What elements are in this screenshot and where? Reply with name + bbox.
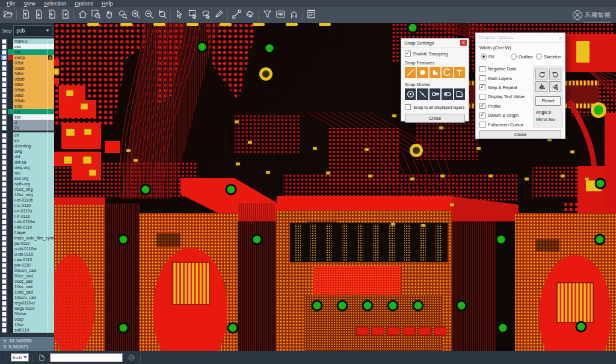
layer-checkbox[interactable]: [2, 193, 7, 197]
layer-color-swatch[interactable]: [8, 125, 13, 131]
layer-checkbox[interactable]: [2, 88, 7, 93]
snap-corner-button[interactable]: [430, 67, 440, 78]
layer-name[interactable]: cm: [13, 49, 54, 55]
layer-name[interactable]: 09lsb: [13, 98, 54, 103]
layer-color-swatch[interactable]: [8, 109, 13, 114]
layer-color-swatch[interactable]: [8, 120, 13, 125]
layer-color-swatch[interactable]: [8, 273, 13, 279]
layer-name[interactable]: u-dd-0110w: [13, 246, 54, 251]
snap-magnet-button[interactable]: [287, 8, 300, 22]
layer-color-swatch[interactable]: [8, 322, 13, 327]
rotate-cw-button[interactable]: [535, 69, 547, 79]
layer-row-u-dd-0110[interactable]: u-dd-0110: [0, 251, 54, 257]
layer-checkbox[interactable]: [2, 187, 7, 192]
layer-row-cn[interactable]: cn: [0, 132, 54, 138]
option-profile[interactable]: Profile: [479, 102, 532, 111]
doc-arrow-down-button[interactable]: [32, 8, 45, 22]
layer-row-sn[interactable]: sn: [0, 138, 54, 143]
layer-checkbox[interactable]: [2, 160, 7, 165]
layer-row-09lsb[interactable]: 09lsb: [0, 98, 54, 103]
layer-name[interactable]: 01cs_cad: [13, 279, 54, 284]
layer-name[interactable]: pin-0110: [13, 262, 54, 268]
flip-horizontal-button[interactable]: [535, 81, 547, 92]
layer-checkbox[interactable]: [2, 203, 7, 208]
layer-color-swatch[interactable]: [8, 159, 13, 165]
layer-row-08lst[interactable]: 08lst: [0, 93, 54, 98]
layer-color-swatch[interactable]: [8, 103, 13, 109]
snap-circle-button[interactable]: [417, 67, 428, 78]
layer-row-01cba[interactable]: 01cba: [0, 311, 54, 316]
layer-row-10scm_cad[interactable]: 10scm_cad: [0, 295, 54, 300]
layer-row-05lsb[interactable]: 05lsb: [0, 76, 54, 82]
layer-row-sm[interactable]: sm: [0, 109, 54, 114]
layer-name[interactable]: i-dd-0110: [13, 224, 54, 230]
layer-color-swatch[interactable]: [8, 82, 13, 87]
layer-name[interactable]: 05lsb: [13, 76, 54, 82]
layer-row-10se_cad[interactable]: 10se_cad: [0, 289, 54, 295]
layer-row-i-dd-0110[interactable]: i-dd-0110: [0, 224, 54, 230]
layer-row-d[interactable]: d: [0, 120, 54, 125]
layer-checkbox[interactable]: [2, 220, 7, 224]
layer-checkbox[interactable]: [2, 198, 7, 203]
layer-name[interactable]: saf0110: [13, 327, 54, 333]
checkbox-checked-icon[interactable]: [405, 51, 411, 57]
layer-checkbox[interactable]: [2, 225, 7, 230]
layer-name[interactable]: 06lst: [13, 82, 54, 87]
layer-row-pe-0110[interactable]: pe-0110: [0, 241, 54, 246]
layer-name[interactable]: 01ccm_cad: [13, 268, 54, 273]
layer-name[interactable]: sold: [13, 103, 54, 109]
layer-name[interactable]: sn: [13, 138, 54, 143]
layer-row-d-tenting[interactable]: d-tenting: [0, 143, 54, 149]
layer-checkbox[interactable]: [2, 236, 7, 241]
layer-checkbox[interactable]: [2, 104, 7, 109]
layer-row-10sp[interactable]: 10sp: [0, 322, 54, 327]
layer-name[interactable]: i-rc-0110s: [13, 197, 54, 203]
layer-checkbox[interactable]: [2, 230, 7, 235]
layer-checkbox[interactable]: [2, 82, 7, 87]
layer-row-sss[interactable]: sss: [0, 114, 54, 120]
option-fullscreen-cursor[interactable]: Fullscreen Cursor: [479, 120, 532, 129]
pan-hand-button[interactable]: [102, 8, 116, 22]
layer-checkbox[interactable]: [2, 252, 7, 257]
layer-color-swatch[interactable]: [8, 55, 13, 60]
step-select[interactable]: pcb: [13, 25, 52, 37]
layer-color-swatch[interactable]: [8, 306, 13, 311]
layer-name[interactable]: u-dd-0110: [13, 251, 54, 257]
filter-funnel-button[interactable]: [260, 8, 274, 22]
option-display-text-value[interactable]: Display Text Value: [479, 92, 532, 101]
layer-color-swatch[interactable]: [8, 262, 13, 268]
layer-name[interactable]: pe-0110: [13, 241, 54, 246]
layer-name[interactable]: 01ce_cad: [13, 273, 54, 279]
layer-checkbox[interactable]: [2, 290, 7, 295]
layer-checkbox[interactable]: [2, 144, 7, 149]
layer-color-swatch[interactable]: [8, 311, 13, 316]
layer-row-10ss_cad[interactable]: 10ss_cad: [0, 284, 54, 289]
snap-arc-button[interactable]: [442, 67, 452, 78]
layer-color-swatch[interactable]: [8, 214, 13, 219]
layer-color-swatch[interactable]: [8, 138, 13, 143]
layer-checkbox[interactable]: [2, 214, 7, 219]
layer-color-swatch[interactable]: [8, 154, 13, 159]
radio-fill[interactable]: Fill: [481, 54, 511, 60]
layer-row-07lsb[interactable]: 07lsb: [0, 87, 54, 93]
checkbox-icon[interactable]: [479, 103, 485, 109]
layer-name[interactable]: sm: [13, 109, 54, 114]
layer-checkbox[interactable]: [2, 133, 7, 138]
layer-checkbox[interactable]: [2, 93, 7, 98]
snap-dialog-titlebar[interactable]: Snap Settings x: [401, 39, 469, 48]
layer-name[interactable]: 2d: [13, 125, 54, 131]
doc-arrow-up-button[interactable]: [19, 8, 32, 22]
measure-line-button[interactable]: [230, 8, 243, 22]
mode-center-button[interactable]: [405, 88, 416, 100]
layer-row-01ccm_cad[interactable]: 01ccm_cad: [0, 268, 54, 273]
layer-checkbox[interactable]: [2, 182, 7, 187]
layer-name[interactable]: 03lsb: [13, 66, 54, 71]
layer-color-swatch[interactable]: [8, 143, 13, 149]
brush-button[interactable]: [212, 8, 226, 22]
checkbox-icon[interactable]: [479, 84, 485, 90]
radio-outline[interactable]: Outline: [511, 54, 536, 60]
layer-row-cm[interactable]: cm: [0, 49, 54, 55]
layer-row-pin-0110[interactable]: pin-0110: [0, 262, 54, 268]
layer-row-06lst[interactable]: 06lst: [0, 82, 54, 87]
snap-line-button[interactable]: [405, 67, 416, 78]
